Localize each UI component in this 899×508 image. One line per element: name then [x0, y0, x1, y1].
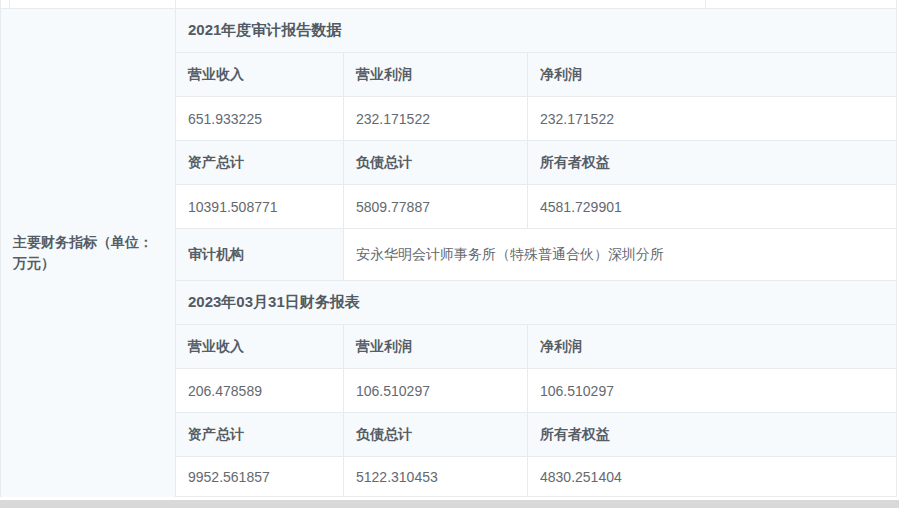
metric-header-cell: 资产总计 — [176, 413, 344, 456]
divider — [9, 0, 10, 8]
row-label-cell: 主要财务指标（单位：万元） — [1, 9, 176, 497]
metric-value-cell: 232.171522 — [528, 97, 896, 140]
previous-row-sliver — [1, 0, 896, 9]
page-background-strip — [0, 500, 899, 508]
company-detail-page: 主要财务指标（单位：万元） 2021年度审计报告数据 营业收入 营业利润 净利润… — [0, 0, 899, 508]
metric-value-cell: 5122.310453 — [344, 457, 528, 496]
section-title-row: 2023年03月31日财务报表 — [176, 281, 896, 325]
metric-value-cell: 5809.77887 — [344, 185, 528, 228]
metric-header-cell: 营业利润 — [344, 53, 528, 96]
metric-header-cell: 营业利润 — [344, 325, 528, 368]
metric-header-cell: 负债总计 — [344, 413, 528, 456]
financial-indicators-table: 主要财务指标（单位：万元） 2021年度审计报告数据 营业收入 营业利润 净利润… — [0, 0, 897, 497]
divider — [175, 0, 176, 8]
metric-value-cell: 10391.508771 — [176, 185, 344, 228]
section-title: 2023年03月31日财务报表 — [176, 281, 896, 324]
metric-value-cell: 9952.561857 — [176, 457, 344, 496]
metric-header-row: 资产总计 负债总计 所有者权益 — [176, 413, 896, 457]
metric-header-row: 营业收入 营业利润 净利润 — [176, 325, 896, 369]
metric-value-row: 651.933225 232.171522 232.171522 — [176, 97, 896, 141]
metric-value-cell: 206.478589 — [176, 369, 344, 412]
metric-header-cell: 所有者权益 — [528, 141, 896, 184]
metric-header-cell: 营业收入 — [176, 53, 344, 96]
metric-header-cell: 营业收入 — [176, 325, 344, 368]
audit-org-label: 审计机构 — [176, 229, 344, 280]
metric-value-cell: 232.171522 — [344, 97, 528, 140]
metric-value-cell: 106.510297 — [528, 369, 896, 412]
metric-header-cell: 负债总计 — [344, 141, 528, 184]
divider — [705, 0, 706, 8]
metric-header-row: 营业收入 营业利润 净利润 — [176, 53, 896, 97]
metric-value-cell: 106.510297 — [344, 369, 528, 412]
metric-header-cell: 资产总计 — [176, 141, 344, 184]
metric-value-row: 9952.561857 5122.310453 4830.251404 — [176, 457, 896, 497]
metric-value-cell: 651.933225 — [176, 97, 344, 140]
metric-header-row: 资产总计 负债总计 所有者权益 — [176, 141, 896, 185]
audit-org-value: 安永华明会计师事务所（特殊普通合伙）深圳分所 — [344, 229, 896, 280]
section-title: 2021年度审计报告数据 — [176, 9, 896, 52]
metric-header-cell: 所有者权益 — [528, 413, 896, 456]
row-label: 主要财务指标（单位：万元） — [13, 232, 163, 274]
metric-header-cell: 净利润 — [528, 53, 896, 96]
metric-value-cell: 4830.251404 — [528, 457, 896, 496]
financial-indicators-row: 主要财务指标（单位：万元） 2021年度审计报告数据 营业收入 营业利润 净利润… — [1, 9, 896, 497]
section-title-row: 2021年度审计报告数据 — [176, 9, 896, 53]
nested-financial-table: 2021年度审计报告数据 营业收入 营业利润 净利润 651.933225 23… — [176, 9, 896, 497]
metric-value-cell: 4581.729901 — [528, 185, 896, 228]
audit-org-row: 审计机构 安永华明会计师事务所（特殊普通合伙）深圳分所 — [176, 229, 896, 281]
metric-value-row: 206.478589 106.510297 106.510297 — [176, 369, 896, 413]
metric-value-row: 10391.508771 5809.77887 4581.729901 — [176, 185, 896, 229]
metric-header-cell: 净利润 — [528, 325, 896, 368]
